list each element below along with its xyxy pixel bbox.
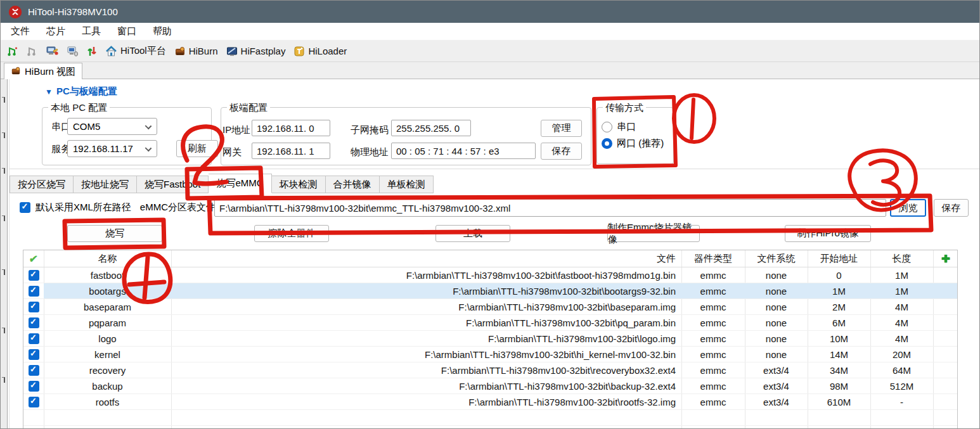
serial-port-combo[interactable]: COM5 bbox=[67, 118, 157, 135]
hiburn-tab-label: HiBurn 视图 bbox=[25, 66, 75, 78]
header-start-address: 开始地址 bbox=[808, 250, 870, 267]
mac-address-input[interactable] bbox=[391, 143, 536, 159]
tab-burn-fastboot[interactable]: 烧写Fastboot bbox=[137, 176, 209, 193]
transfer-arrows-icon[interactable] bbox=[86, 44, 98, 58]
table-row-empty bbox=[23, 410, 957, 426]
tab-bad-block-check[interactable]: 坏块检测 bbox=[272, 176, 326, 193]
partition-name: rootfs bbox=[44, 394, 171, 409]
add-partition-icon[interactable]: ✚ bbox=[941, 253, 950, 265]
table-row[interactable]: recovery F:\armbian\TTL-hi3798mv100-32bi… bbox=[23, 362, 957, 378]
length: 1M bbox=[870, 267, 933, 283]
toolbar: HiTool平台 HiBurn HiFastplay HiLoader bbox=[1, 41, 980, 62]
table-row[interactable]: fastboot F:\armbian\TTL-hi3798mv100-32bi… bbox=[23, 267, 957, 283]
view-tab-strip: HiBurn 视图 bbox=[1, 62, 980, 79]
radio-off-icon bbox=[602, 122, 612, 132]
select-all-check-icon[interactable]: ✔ bbox=[29, 253, 39, 265]
make-hipro-image-button[interactable]: 制作HiPro镜像 bbox=[785, 225, 871, 242]
table-row[interactable]: kernel F:\armbian\TTL-hi3798mv100-32bit\… bbox=[23, 347, 957, 362]
upload-button[interactable]: 上载 bbox=[435, 225, 510, 242]
erase-all-button[interactable]: 擦除全器件 bbox=[254, 225, 329, 242]
menu-file[interactable]: 文件 bbox=[11, 25, 30, 37]
app-window: HiTool-Hi3798MV100 文件 芯片 工具 窗口 帮助 HiTool… bbox=[0, 0, 980, 429]
filesystem: none bbox=[745, 299, 808, 314]
device-tool-icon[interactable] bbox=[65, 44, 80, 58]
table-row[interactable]: backup F:\armbian\TTL-hi3798mv100-32bit\… bbox=[23, 378, 957, 394]
radio-network[interactable]: 网口 (推荐) bbox=[602, 138, 664, 150]
hifastplay-button[interactable]: HiFastplay bbox=[225, 44, 287, 58]
manage-button[interactable]: 管理 bbox=[541, 120, 582, 137]
partition-name: recovery bbox=[44, 362, 171, 378]
subnet-mask-input[interactable] bbox=[391, 120, 471, 136]
serial-port-value: COM5 bbox=[73, 121, 100, 132]
menu-chip[interactable]: 芯片 bbox=[46, 25, 65, 37]
partition-file-input[interactable] bbox=[214, 199, 886, 217]
tab-burn-emmc[interactable]: 烧写eMMC bbox=[209, 174, 271, 193]
row-checkbox[interactable] bbox=[29, 365, 39, 376]
table-row[interactable]: rootfs F:\armbian\TTL-hi3798mv100-32bit\… bbox=[23, 394, 957, 410]
partition-name: backup bbox=[44, 378, 171, 394]
titlebar: HiTool-Hi3798MV100 bbox=[1, 1, 980, 23]
hitool-platform-button[interactable]: HiTool平台 bbox=[104, 44, 167, 58]
row-checkbox[interactable] bbox=[29, 333, 39, 344]
make-emmc-image-button[interactable]: 制作Emmc烧片器镜像 bbox=[607, 225, 700, 242]
server-ip-value: 192.168.11.17 bbox=[73, 143, 133, 154]
filesystem: ext3/4 bbox=[745, 378, 808, 394]
table-row[interactable]: baseparam F:\armbian\TTL-hi3798mv100-32b… bbox=[23, 299, 957, 315]
tab-board-check[interactable]: 单板检测 bbox=[380, 176, 434, 193]
partition-name: fastboot bbox=[44, 267, 171, 283]
save-xml-button[interactable]: 保存 bbox=[934, 199, 969, 217]
server-ip-combo[interactable]: 192.168.11.17 bbox=[67, 140, 157, 157]
chevron-down-icon bbox=[145, 145, 152, 152]
table-row[interactable]: pqparam F:\armbian\TTL-hi3798mv100-32bit… bbox=[23, 315, 957, 331]
xml-path-checkbox[interactable] bbox=[20, 202, 30, 213]
tab-merge-image[interactable]: 合并镜像 bbox=[326, 176, 380, 193]
hiburn-tab-icon bbox=[11, 66, 21, 78]
filesystem: none bbox=[745, 283, 808, 298]
start-address: 1M bbox=[808, 283, 870, 298]
length: 20M bbox=[870, 347, 933, 362]
radio-serial-label: 串口 bbox=[617, 121, 636, 133]
connect-note-icon[interactable] bbox=[6, 44, 20, 58]
tab-hiburn-view[interactable]: HiBurn 视图 bbox=[4, 63, 82, 80]
burn-button[interactable]: 烧写 bbox=[67, 225, 162, 242]
partition-name: bootargs bbox=[44, 283, 171, 298]
collapsed-side-strip[interactable] bbox=[1, 79, 8, 429]
menu-tools[interactable]: 工具 bbox=[82, 25, 101, 37]
length: 64M bbox=[870, 362, 933, 378]
local-pc-group-title: 本地 PC 配置 bbox=[48, 102, 110, 114]
browse-button[interactable]: 浏览 bbox=[890, 199, 926, 217]
partition-file: F:\armbian\TTL-hi3798mv100-32bit\fastboo… bbox=[171, 267, 681, 283]
row-checkbox[interactable] bbox=[29, 381, 39, 392]
header-filesystem: 文件系统 bbox=[745, 250, 808, 267]
radio-serial[interactable]: 串口 bbox=[602, 121, 636, 133]
save-board-button[interactable]: 保存 bbox=[541, 143, 582, 160]
pc-board-config-header[interactable]: ▼ PC与板端配置 bbox=[45, 86, 117, 98]
row-checkbox[interactable] bbox=[29, 302, 39, 312]
menu-window[interactable]: 窗口 bbox=[117, 25, 136, 37]
board-ip-input[interactable] bbox=[252, 120, 330, 136]
table-row[interactable]: logo F:\armbian\TTL-hi3798mv100-32bit\lo… bbox=[23, 331, 957, 347]
menu-help[interactable]: 帮助 bbox=[153, 25, 172, 37]
hiloader-button[interactable]: HiLoader bbox=[292, 44, 348, 58]
header-file: 文件 bbox=[171, 250, 681, 267]
disconnect-note-icon[interactable] bbox=[25, 44, 39, 58]
refresh-button[interactable]: 刷新 bbox=[176, 140, 218, 157]
tab-burn-by-address[interactable]: 按地址烧写 bbox=[74, 176, 137, 193]
length: 4M bbox=[870, 299, 933, 314]
row-checkbox[interactable] bbox=[29, 270, 39, 281]
row-checkbox[interactable] bbox=[29, 397, 39, 407]
gateway-input[interactable] bbox=[252, 143, 330, 159]
table-row-selected[interactable]: bootargs F:\armbian\TTL-hi3798mv100-32bi… bbox=[23, 283, 957, 299]
xml-path-label: 默认采用XML所在路径 bbox=[35, 202, 131, 214]
header-name: 名称 bbox=[44, 250, 171, 267]
hiloader-label: HiLoader bbox=[308, 46, 347, 56]
tab-burn-by-partition[interactable]: 按分区烧写 bbox=[10, 176, 74, 193]
edit-config-icon[interactable] bbox=[45, 44, 60, 58]
row-checkbox[interactable] bbox=[29, 286, 39, 297]
start-address: 98M bbox=[808, 378, 870, 394]
filesystem: ext3/4 bbox=[745, 394, 808, 409]
row-checkbox[interactable] bbox=[29, 317, 39, 328]
row-checkbox[interactable] bbox=[29, 349, 39, 360]
hiburn-button[interactable]: HiBurn bbox=[173, 44, 219, 58]
start-address: 2M bbox=[808, 299, 870, 314]
